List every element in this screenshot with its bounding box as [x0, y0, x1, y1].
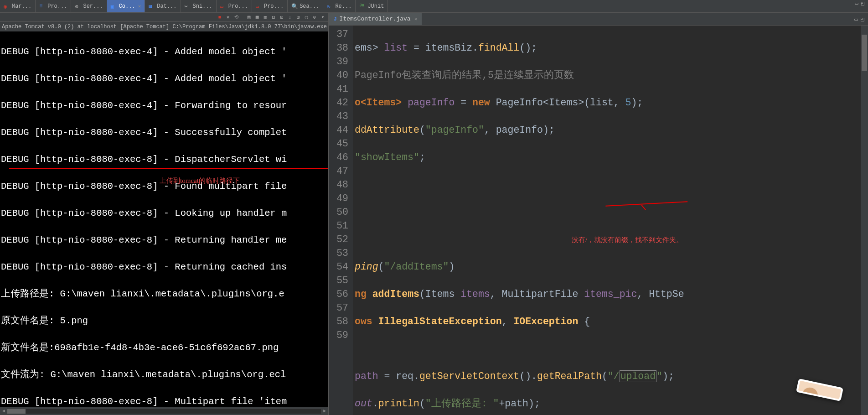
console-line: DEBUG [http-nio-8080-exec-4] - Added mod…	[1, 45, 327, 59]
horizontal-scrollbar[interactable]: ◄ ►	[0, 407, 328, 415]
console-line: 上传路径是: G:\maven lianxi\.metadata\.plugin…	[1, 287, 327, 301]
annotation-text: 没有/，就没有前缀，找不到文件夹。	[572, 233, 683, 247]
properties-icon: ≡	[39, 3, 46, 10]
data-icon: ⊞	[149, 3, 155, 10]
console-line: DEBUG [http-nio-8080-exec-8] - Multipart…	[1, 395, 327, 407]
minimize-icon[interactable]: ▭	[855, 0, 858, 12]
tab-console[interactable]: ▣Co...✕	[107, 0, 145, 12]
tab-problems2[interactable]: ▭Pro...	[252, 0, 288, 12]
remove-all-button[interactable]: ⟲	[232, 14, 240, 21]
tab-snippets[interactable]: ✂Sni...	[181, 0, 217, 12]
editor-tab-bar: J ItemsController.java ✕ ▭ ◰	[329, 13, 868, 26]
tab-refactor[interactable]: ↻Re...	[323, 0, 356, 12]
tab-problems1[interactable]: ▭Pro...	[217, 0, 252, 12]
console-process-label: Apache Tomcat v8.0 (2) at localhost [Apa…	[0, 22, 328, 31]
console-line: DEBUG [http-nio-8080-exec-8] - Returning…	[1, 260, 327, 274]
tab-markers[interactable]: ◉Mar...	[0, 0, 36, 12]
scroll-lock-button[interactable]: ⊡	[278, 14, 285, 21]
console-line: DEBUG [http-nio-8080-exec-4] - Forwardin…	[1, 99, 327, 113]
stop-button[interactable]: ■	[216, 14, 223, 21]
clear-console-button[interactable]: ⊟	[270, 14, 277, 21]
problems-icon: ▭	[220, 3, 227, 10]
toolbar-btn[interactable]: ▦	[253, 14, 261, 21]
scrollbar-thumb[interactable]	[862, 35, 867, 71]
console-line: DEBUG [http-nio-8080-exec-8] - Looking u…	[1, 207, 327, 220]
console-line: DEBUG [http-nio-8080-exec-4] - Added mod…	[1, 72, 327, 86]
code-content[interactable]: ems> list = itemsBiz.findAll(); PageInfo…	[353, 26, 861, 415]
open-console-button[interactable]: ▢	[303, 14, 310, 21]
junit-icon: Ju	[359, 3, 366, 10]
close-icon[interactable]: ✕	[138, 3, 141, 9]
console-line: 新文件名是:698afb1e-f4d8-4b3e-ace6-51c6f692ac…	[1, 341, 327, 355]
toolbar-btn[interactable]: ▥	[262, 14, 269, 21]
scrollbar-thumb[interactable]	[7, 409, 26, 414]
maximize-icon[interactable]: ◰	[861, 0, 864, 12]
editor-panel: J ItemsController.java ✕ ▭ ◰ 37383940414…	[329, 13, 868, 415]
console-panel: ■ ✕ ⟲ ▤ ▦ ▥ ⊟ ⊡ ↓ ⊞ ▢ ⊙ ▾ Apache Tomcat …	[0, 13, 329, 415]
console-toolbar: ■ ✕ ⟲ ▤ ▦ ▥ ⊟ ⊡ ↓ ⊞ ▢ ⊙ ▾	[0, 13, 328, 22]
view-tab-bar: ◉Mar... ≡Pro... ⚙Ser... ▣Co...✕ ⊞Dat... …	[0, 0, 868, 13]
search-icon: 🔍	[291, 3, 298, 10]
markers-icon: ◉	[4, 3, 10, 10]
tab-junit[interactable]: JuJUnit	[356, 0, 388, 12]
code-editor[interactable]: 3738394041424344454647484950515253545556…	[329, 26, 868, 415]
console-icon: ▣	[111, 3, 117, 10]
console-line: DEBUG [http-nio-8080-exec-8] - Returning…	[1, 233, 327, 247]
console-line: 文件流为: G:\maven lianxi\.metadata\.plugins…	[1, 368, 327, 382]
scroll-left-arrow[interactable]: ◄	[0, 409, 7, 414]
minimize-icon[interactable]: ▭	[854, 16, 858, 23]
console-output[interactable]: DEBUG [http-nio-8080-exec-4] - Added mod…	[0, 31, 328, 407]
maximize-icon[interactable]: ◰	[861, 16, 864, 23]
toolbar-btn[interactable]: ⊙	[311, 14, 318, 21]
line-numbers-gutter: 3738394041424344454647484950515253545556…	[329, 26, 353, 415]
annotation-text: 上传到tomcat的临时路径下	[160, 174, 240, 188]
tab-properties[interactable]: ≡Pro...	[36, 0, 71, 12]
toolbar-dropdown[interactable]: ▾	[319, 14, 326, 21]
vertical-scrollbar[interactable]	[861, 26, 868, 415]
annotation-line	[9, 168, 328, 169]
close-icon[interactable]: ✕	[414, 16, 418, 22]
toolbar-btn[interactable]: ▤	[245, 14, 253, 21]
java-file-icon: J	[334, 16, 337, 22]
snippets-icon: ✂	[185, 3, 191, 10]
tab-search[interactable]: 🔍Sea...	[288, 0, 323, 12]
display-selected-button[interactable]: ⊞	[294, 14, 302, 21]
console-line: 原文件名是: 5.png	[1, 314, 327, 328]
servers-icon: ⚙	[75, 3, 81, 10]
pin-console-button[interactable]: ↓	[286, 14, 294, 21]
refactor-icon: ↻	[327, 3, 333, 10]
scroll-right-arrow[interactable]: ►	[321, 409, 328, 414]
console-line: DEBUG [http-nio-8080-exec-4] - Successfu…	[1, 126, 327, 140]
editor-tab-itemscontroller[interactable]: J ItemsController.java ✕	[329, 13, 422, 25]
problems-icon: ▭	[256, 3, 262, 10]
remove-launch-button[interactable]: ✕	[224, 14, 232, 21]
tab-servers[interactable]: ⚙Ser...	[71, 0, 107, 12]
tab-data[interactable]: ⊞Dat...	[145, 0, 181, 12]
console-line: DEBUG [http-nio-8080-exec-8] - Dispatche…	[1, 153, 327, 166]
